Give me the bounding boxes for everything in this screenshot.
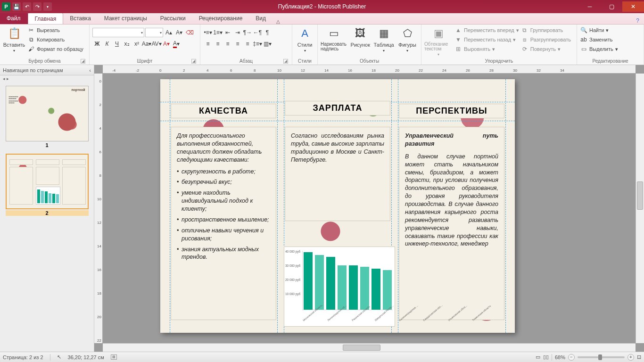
shrink-font-button[interactable]: A▾ xyxy=(174,28,184,37)
maximize-button[interactable]: ▢ xyxy=(601,1,622,12)
pilcrow-button[interactable]: ¶ xyxy=(263,28,272,37)
column-salary[interactable]: ЗАРПЛАТА Согласно исследованиям рынка тр… xyxy=(285,104,390,221)
nav-expand-icon[interactable]: ◂ ▸ xyxy=(0,75,94,82)
clear-format-button[interactable]: ⌫ xyxy=(185,28,194,37)
zoom-out-button[interactable]: − xyxy=(568,354,575,361)
scrollbar-vertical[interactable] xyxy=(636,74,644,343)
numbering-button[interactable]: 1≡▾ xyxy=(213,28,223,37)
tab-insert[interactable]: Вставка xyxy=(63,13,98,24)
picture-button[interactable]: 🖼 Рисунок xyxy=(349,26,371,48)
page-navigation-pane: Навигация по страницам ‹ ◂ ▸ портной ▬▬▬… xyxy=(0,65,94,352)
bring-forward-button[interactable]: ▲Переместить вперед ▾ xyxy=(454,26,519,34)
line-spacing-button[interactable]: ‡≡▾ xyxy=(253,39,262,49)
columns-button[interactable]: ▥▾ xyxy=(263,39,272,49)
column-prospects[interactable]: ПЕРСПЕКТИВЫ Управленческий путь развития… xyxy=(399,104,504,320)
superscript-button[interactable]: x² xyxy=(132,39,141,49)
align-button[interactable]: ⊞Выровнять ▾ xyxy=(454,45,519,53)
fit-page-icon[interactable]: ⊡ xyxy=(637,354,641,360)
clipboard-dialog-icon[interactable]: ◢ xyxy=(81,59,85,64)
zoom-level[interactable]: 68% xyxy=(555,354,565,360)
styles-icon: A xyxy=(297,26,313,41)
qat-customize-icon[interactable]: ▾ xyxy=(43,2,52,11)
ribbon: 📋 Вставить ▾ ✂Вырезать ⧉Копировать 🖌Форм… xyxy=(0,25,644,65)
bring-forward-icon: ▲ xyxy=(454,26,462,34)
shapes-button[interactable]: ⬠ Фигуры▾ xyxy=(396,26,418,53)
find-button[interactable]: 🔍Найти ▾ xyxy=(580,26,618,34)
paste-button[interactable]: 📋 Вставить ▾ xyxy=(3,26,25,53)
column-qualities[interactable]: КАЧЕСТВА Для профессионального выполнени… xyxy=(171,104,276,320)
tab-home[interactable]: Главная xyxy=(28,13,64,24)
underline-button[interactable]: Ч xyxy=(112,39,122,49)
select-button[interactable]: ▭Выделить ▾ xyxy=(580,45,618,53)
wrap-text-button[interactable]: ▣ Обтекание текстом▾ xyxy=(424,26,453,57)
tab-mailings[interactable]: Рассылки xyxy=(154,13,192,24)
scrollbar-horizontal[interactable] xyxy=(103,343,636,352)
table-button[interactable]: ▦ Таблица▾ xyxy=(373,26,395,53)
zoom-slider[interactable] xyxy=(578,356,625,358)
font-family-dropdown[interactable] xyxy=(92,28,144,37)
chart-ytick: 10 000 руб xyxy=(285,292,300,296)
save-icon[interactable]: 💾 xyxy=(12,2,21,11)
list-item: пространственное мышление; xyxy=(177,216,270,224)
font-color-button[interactable]: A▾ xyxy=(172,39,181,49)
thumb-1-label: 1 xyxy=(6,142,89,148)
canvas[interactable]: -4-20246810121416182022242628303234 0246… xyxy=(94,65,644,352)
view-spread-icon[interactable]: ▯▯ xyxy=(543,354,549,360)
text-effects-button[interactable]: A▾ xyxy=(162,39,171,49)
minimize-ribbon-icon[interactable]: △ xyxy=(272,19,284,24)
status-coords: 36,20; 12,27 см xyxy=(68,354,104,360)
tab-view[interactable]: Вид xyxy=(249,13,272,24)
cut-icon: ✂ xyxy=(27,26,35,34)
align-left-button[interactable]: ≡ xyxy=(203,39,213,49)
chart-bar xyxy=(360,267,369,310)
justify-button[interactable]: ≡ xyxy=(233,39,242,49)
status-size-icon: ⊞ xyxy=(111,354,117,360)
italic-button[interactable]: К xyxy=(102,39,112,49)
char-spacing-button[interactable]: AV▾ xyxy=(152,39,161,49)
styles-button[interactable]: A Стили▾ xyxy=(295,26,314,53)
bullets-button[interactable]: •≡▾ xyxy=(203,28,213,37)
app-icon: P xyxy=(2,2,10,11)
page[interactable]: КАЧЕСТВА Для профессионального выполнени… xyxy=(160,79,515,333)
format-painter-button[interactable]: 🖌Формат по образцу xyxy=(27,45,83,53)
increase-indent-button[interactable]: ⇥ xyxy=(233,28,242,37)
redo-icon[interactable]: ↷ xyxy=(33,2,41,11)
textbox-button[interactable]: ▭ Нарисовать надпись xyxy=(321,26,347,51)
chart-ytick: 20 000 руб xyxy=(285,278,300,281)
send-backward-button[interactable]: ▼Переместить назад ▾ xyxy=(454,35,519,44)
replace-button[interactable]: abЗаменить xyxy=(580,35,618,44)
zoom-in-button[interactable]: + xyxy=(627,354,634,361)
view-single-icon[interactable]: ▭ xyxy=(536,354,540,360)
tab-review[interactable]: Рецензирование xyxy=(192,13,249,24)
group-button[interactable]: ⧉Группировать xyxy=(521,26,571,34)
page-thumbnail-2[interactable]: 2 xyxy=(6,154,89,216)
align-center-button[interactable]: ≡ xyxy=(213,39,223,49)
font-size-dropdown[interactable] xyxy=(145,28,163,37)
bold-button[interactable]: Ж xyxy=(92,39,102,49)
font-dialog-icon[interactable]: ◢ xyxy=(191,59,196,64)
align-right-button[interactable]: ≡ xyxy=(223,39,232,49)
change-case-button[interactable]: Aa▾ xyxy=(142,39,151,49)
subscript-button[interactable]: x₂ xyxy=(122,39,132,49)
page-thumbnail-1[interactable]: портной ▬▬▬▬▬▬▬▬▬▬▬▬▬▬▬▬▬ 1 xyxy=(6,86,89,148)
cut-button[interactable]: ✂Вырезать xyxy=(27,26,83,34)
paste-icon: 📋 xyxy=(7,26,22,41)
undo-icon[interactable]: ↶ xyxy=(23,2,31,11)
file-tab[interactable]: Файл xyxy=(0,13,28,24)
tab-page-layout[interactable]: Макет страницы xyxy=(98,13,154,24)
close-button[interactable]: ✕ xyxy=(622,1,644,12)
col3-subheading: Управленческий путь развития xyxy=(405,132,498,148)
distribute-button[interactable]: ≡ xyxy=(243,39,252,49)
rtl-button[interactable]: ←¶ xyxy=(253,28,262,37)
decrease-indent-button[interactable]: ⇤ xyxy=(223,28,232,37)
minimize-button[interactable]: ─ xyxy=(579,1,601,12)
salary-chart[interactable]: Московская областьЛенинградская об…Рязан… xyxy=(284,247,395,327)
help-icon[interactable]: ? xyxy=(631,17,644,24)
nav-collapse-icon[interactable]: ‹ xyxy=(89,67,91,73)
ltr-button[interactable]: ¶→ xyxy=(243,28,252,37)
copy-button[interactable]: ⧉Копировать xyxy=(27,35,83,44)
grow-font-button[interactable]: A▴ xyxy=(164,28,173,37)
rotate-button[interactable]: ⟳Повернуть ▾ xyxy=(521,45,571,53)
ungroup-button[interactable]: ⧈Разгруппировать xyxy=(521,35,571,44)
paragraph-dialog-icon[interactable]: ◢ xyxy=(283,59,288,64)
